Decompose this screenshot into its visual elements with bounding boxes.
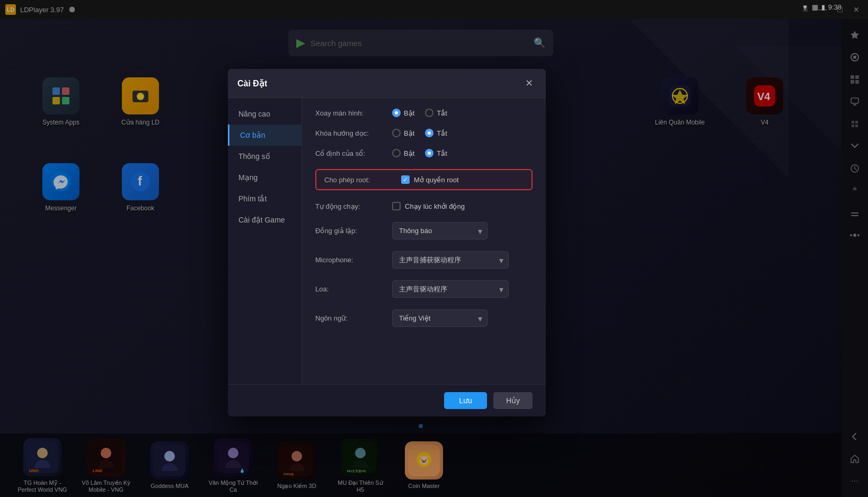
- nav-item-co-ban[interactable]: Cơ bản: [228, 125, 302, 146]
- setting-microphone: Microphone: 主声音捕获驱动程序: [315, 251, 533, 269]
- root-checkbox-option[interactable]: ✓ Mở quyền root: [401, 175, 459, 184]
- xoay-bat-option[interactable]: Bật: [392, 109, 414, 117]
- khoa-tat-option[interactable]: Tắt: [425, 129, 447, 137]
- setting-tu-dong-chay: Tự động chạy: Chạy lúc khởi động: [315, 202, 533, 210]
- dialog-close-button[interactable]: ✕: [522, 76, 536, 90]
- nav-item-nang-cao[interactable]: Nâng cao: [228, 103, 302, 125]
- tu-dong-chay-label: Tự động chạy:: [315, 202, 384, 210]
- nav-item-phim-tat[interactable]: Phím tắt: [228, 188, 302, 209]
- tu-dong-chay-option[interactable]: Chạy lúc khởi động: [392, 202, 465, 210]
- khoa-bat-option[interactable]: Bật: [392, 129, 414, 137]
- xoay-tat-option[interactable]: Tắt: [425, 109, 447, 117]
- setting-dong-gia-lap: Đồng giả lập: Thông báo Tắt Bật: [315, 222, 533, 239]
- dong-gia-lap-select-wrapper: Thông báo Tắt Bật: [392, 222, 488, 239]
- co-dinh-options: Bật Tắt: [392, 149, 447, 157]
- dialog-nav: Nâng cao Cơ bản Thông số Mạng Phím tắt C…: [228, 98, 302, 384]
- setting-cho-phep-root: Cho phép root: ✓ Mở quyền root: [315, 169, 533, 190]
- dialog-content: Xoay màn hình: Bật Tắt Khóa hướng dọc:: [302, 98, 546, 384]
- cho-phep-root-label: Cho phép root:: [324, 176, 393, 184]
- ngon-ngu-select[interactable]: Tiếng Việt English 中文: [392, 309, 488, 327]
- microphone-select-wrapper: 主声音捕获驱动程序: [392, 251, 509, 269]
- co-dinh-tat-radio: [425, 149, 433, 157]
- dialog-body: Nâng cao Cơ bản Thông số Mạng Phím tắt C…: [228, 98, 546, 384]
- dong-gia-lap-label: Đồng giả lập:: [315, 227, 384, 235]
- microphone-select[interactable]: 主声音捕获驱动程序: [392, 251, 509, 269]
- khoa-bat-radio: [392, 129, 401, 137]
- microphone-label: Microphone:: [315, 256, 384, 264]
- xoay-bat-radio: [392, 109, 401, 117]
- loa-select-wrapper: 主声音驱动程序: [392, 280, 509, 298]
- xoay-man-hinh-label: Xoay màn hình:: [315, 109, 384, 117]
- nav-item-mang[interactable]: Mạng: [228, 167, 302, 188]
- root-checkbox-label: Mở quyền root: [414, 176, 459, 184]
- khoa-huong-doc-options: Bật Tắt: [392, 129, 447, 137]
- tu-dong-chay-checkbox-label: Chạy lúc khởi động: [405, 202, 465, 210]
- setting-ngon-ngu: Ngôn ngữ: Tiếng Việt English 中文: [315, 309, 533, 327]
- dialog-title: Cài Đặt: [237, 78, 267, 88]
- khoa-huong-doc-label: Khóa hướng dọc:: [315, 129, 384, 137]
- setting-co-dinh-cua-so: Cố định của sổ: Bật Tắt: [315, 149, 533, 157]
- dialog-header: Cài Đặt ✕: [228, 69, 546, 98]
- khoa-tat-radio: [425, 129, 433, 137]
- ngon-ngu-label: Ngôn ngữ:: [315, 314, 384, 322]
- co-dinh-bat-option[interactable]: Bật: [392, 149, 414, 157]
- loa-select[interactable]: 主声音驱动程序: [392, 280, 509, 298]
- xoay-tat-radio: [425, 109, 433, 117]
- nav-item-thong-so[interactable]: Thông số: [228, 146, 302, 167]
- root-checkbox: ✓: [401, 175, 410, 184]
- ngon-ngu-select-wrapper: Tiếng Việt English 中文: [392, 309, 488, 327]
- settings-dialog: Cài Đặt ✕ Nâng cao Cơ bản Thông số Mạng …: [228, 69, 546, 416]
- cancel-button[interactable]: Hủy: [493, 392, 533, 409]
- dialog-footer: Lưu Hủy: [228, 384, 546, 416]
- dong-gia-lap-select[interactable]: Thông báo Tắt Bật: [392, 222, 488, 239]
- tu-dong-chay-checkbox: [392, 202, 401, 210]
- setting-xoay-man-hinh: Xoay màn hình: Bật Tắt: [315, 109, 533, 117]
- co-dinh-tat-option[interactable]: Tắt: [425, 149, 447, 157]
- setting-khoa-huong-doc: Khóa hướng dọc: Bật Tắt: [315, 129, 533, 137]
- co-dinh-bat-radio: [392, 149, 401, 157]
- co-dinh-label: Cố định của sổ:: [315, 149, 384, 157]
- setting-loa: Loa: 主声音驱动程序: [315, 280, 533, 298]
- nav-item-cai-dat-game[interactable]: Cài đặt Game: [228, 209, 302, 230]
- save-button[interactable]: Lưu: [444, 392, 487, 409]
- xoay-man-hinh-options: Bật Tắt: [392, 109, 447, 117]
- loa-label: Loa:: [315, 285, 384, 293]
